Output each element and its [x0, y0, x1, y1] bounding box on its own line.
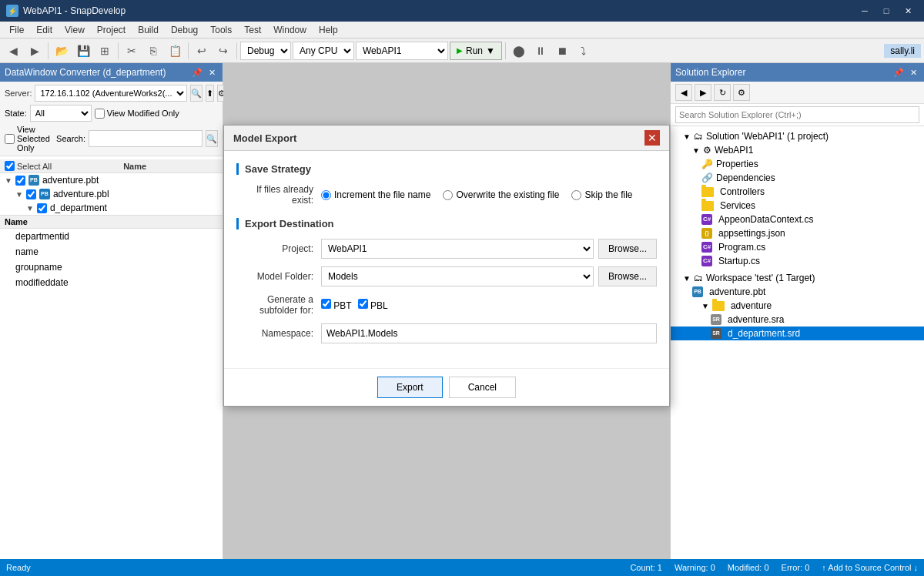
field-item-departmentid[interactable]: departmentid [0, 229, 223, 244]
dw-view-selected-checkbox[interactable] [5, 134, 15, 144]
project-dropdown[interactable]: WebAPI1 [356, 42, 448, 60]
sol-solution-label: Solution 'WebAPI1' (1 project) [706, 131, 829, 142]
dw-converter-panel: DataWindow Converter (d_department) 📌 ✕ … [0, 63, 223, 559]
sol-search-input[interactable] [675, 106, 919, 123]
menu-build[interactable]: Build [132, 23, 165, 37]
breakpoint-button[interactable]: ⬤ [509, 41, 529, 61]
pbl-subfolder-checkbox[interactable] [358, 299, 368, 309]
sol-panel-header: Solution Explorer 📌 ✕ [671, 63, 924, 82]
dw-panel-title: DataWindow Converter (d_department) [5, 67, 166, 78]
sol-refresh-button[interactable]: ↻ [714, 84, 731, 101]
cancel-button[interactable]: Cancel [449, 377, 516, 398]
stop-button[interactable]: ⏹ [552, 41, 572, 61]
sol-adventure-folder-item[interactable]: ▼ adventure [671, 299, 924, 313]
sol-dependencies-item[interactable]: 🔗 Dependencies [671, 171, 924, 185]
run-icon: ▶ [457, 46, 463, 55]
dw-pbl-checkbox[interactable] [26, 189, 36, 199]
dw-search-server-button[interactable]: 🔍 [190, 85, 203, 102]
copy-button[interactable]: ⎘ [143, 41, 163, 61]
menu-window[interactable]: Window [267, 23, 313, 37]
save-button[interactable]: 💾 [73, 41, 93, 61]
overwrite-radio[interactable] [443, 190, 453, 200]
sol-adventure-sra-item[interactable]: SR adventure.sra [671, 313, 924, 327]
sol-program-item[interactable]: C# Program.cs [671, 240, 924, 254]
browse-project-button[interactable]: Browse... [598, 239, 657, 259]
sol-close-button[interactable]: ✕ [908, 68, 919, 78]
dw-pbt-checkbox[interactable] [15, 176, 25, 186]
menu-edit[interactable]: Edit [30, 23, 59, 37]
menu-tools[interactable]: Tools [204, 23, 238, 37]
paste-button[interactable]: 📋 [165, 41, 185, 61]
dw-state-dropdown[interactable]: All [30, 105, 92, 122]
maximize-button[interactable]: □ [876, 3, 896, 18]
dw-search-btn[interactable]: 🔍 [206, 130, 218, 147]
step-button[interactable]: ⤵ [574, 41, 594, 61]
project-dropdown[interactable]: WebAPI1 [321, 239, 594, 259]
redo-button[interactable]: ↪ [213, 41, 233, 61]
sol-adventure-pbt-item[interactable]: PB adventure.pbt [671, 285, 924, 299]
status-source-control[interactable]: ↑ Add to Source Control ↓ [822, 563, 918, 572]
minimize-button[interactable]: ─ [855, 3, 875, 18]
skip-radio[interactable] [571, 190, 581, 200]
dw-tree-dw[interactable]: ▼ d_department [0, 201, 223, 215]
forward-button[interactable]: ▶ [25, 41, 45, 61]
toolbar-sep1 [48, 42, 49, 59]
menu-view[interactable]: View [59, 23, 91, 37]
field-list: Name departmentid name groupname modifie… [0, 215, 223, 290]
field-item-modifieddate[interactable]: modifieddate [0, 275, 223, 290]
dw-dw-checkbox[interactable] [37, 203, 47, 213]
sol-solution-item[interactable]: ▼ 🗂 Solution 'WebAPI1' (1 project) [671, 129, 924, 143]
sol-settings-button[interactable]: ⚙ [733, 84, 750, 101]
close-button[interactable]: ✕ [898, 3, 918, 18]
dw-pin-button[interactable]: 📌 [189, 68, 205, 78]
sol-workspace-item[interactable]: ▼ 🗂 Workspace 'test' (1 Target) [671, 271, 924, 285]
run-button[interactable]: ▶ Run ▼ [450, 42, 502, 60]
sol-pin-button[interactable]: 📌 [891, 68, 906, 78]
debug-mode-dropdown[interactable]: Debug [240, 42, 291, 60]
menu-test[interactable]: Test [238, 23, 267, 37]
pbt-subfolder-checkbox[interactable] [321, 299, 331, 309]
sol-properties-item[interactable]: 🔑 Properties [671, 157, 924, 171]
dw-view-modified-checkbox[interactable] [95, 109, 105, 119]
dw-search-input[interactable] [89, 130, 203, 147]
browse-folder-button[interactable]: Browse... [598, 266, 657, 286]
dw-select-all-checkbox[interactable] [5, 161, 15, 171]
dw-panel-header-controls: 📌 ✕ [189, 68, 218, 78]
sol-dependencies-icon: 🔗 [701, 172, 713, 183]
sol-startup-item[interactable]: C# Startup.cs [671, 254, 924, 268]
cpu-dropdown[interactable]: Any CPU [293, 42, 354, 60]
increment-radio[interactable] [321, 190, 331, 200]
save-all-button[interactable]: ⊞ [95, 41, 115, 61]
dw-upload-button[interactable]: ⬆ [206, 85, 214, 102]
undo-button[interactable]: ↩ [192, 41, 212, 61]
modal-close-button[interactable]: ✕ [644, 130, 660, 146]
dw-server-row: Server: 172.16.1.102 (AdventureWorks2(..… [5, 85, 218, 102]
toolbar-sep4 [236, 42, 237, 59]
sol-d-department-srd-item[interactable]: SR d_department.srd [671, 327, 924, 340]
sol-forward-button[interactable]: ▶ [695, 84, 711, 101]
dw-tree-pbl[interactable]: ▼ PB adventure.pbl [0, 187, 223, 201]
pause-button[interactable]: ⏸ [531, 41, 551, 61]
cut-button[interactable]: ✂ [122, 41, 142, 61]
model-folder-dropdown[interactable]: Models [321, 266, 594, 286]
sol-webapi1-item[interactable]: ▼ ⚙ WebAPI1 [671, 143, 924, 157]
field-item-groupname[interactable]: groupname [0, 260, 223, 275]
sol-appeon-item[interactable]: C# AppeonDataContext.cs [671, 213, 924, 226]
menu-help[interactable]: Help [313, 23, 344, 37]
sol-appsettings-item[interactable]: {} appsettings.json [671, 226, 924, 240]
files-exist-row: If files already exist: Increment the fi… [236, 184, 657, 206]
sol-services-item[interactable]: Services [671, 199, 924, 213]
open-button[interactable]: 📂 [52, 41, 72, 61]
export-button[interactable]: Export [377, 377, 443, 398]
field-item-name[interactable]: name [0, 244, 223, 260]
menu-debug[interactable]: Debug [165, 23, 204, 37]
namespace-input[interactable] [321, 323, 657, 343]
menu-project[interactable]: Project [91, 23, 132, 37]
dw-server-dropdown[interactable]: 172.16.1.102 (AdventureWorks2(... [35, 85, 187, 102]
sol-controllers-item[interactable]: Controllers [671, 185, 924, 199]
back-button[interactable]: ◀ [3, 41, 23, 61]
menu-file[interactable]: File [3, 23, 30, 37]
sol-back-button[interactable]: ◀ [675, 84, 692, 101]
dw-close-button[interactable]: ✕ [206, 68, 218, 78]
dw-tree-pbt[interactable]: ▼ PB adventure.pbt [0, 173, 223, 187]
